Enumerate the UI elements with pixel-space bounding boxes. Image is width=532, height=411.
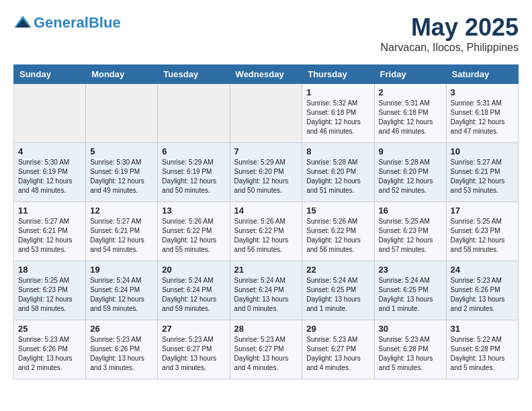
day-number: 26 xyxy=(90,324,153,334)
calendar-cell: 29Sunrise: 5:23 AM Sunset: 6:27 PM Dayli… xyxy=(302,320,374,379)
logo-line2: Blue xyxy=(89,14,121,31)
cell-sun-info: Sunrise: 5:30 AM Sunset: 6:19 PM Dayligh… xyxy=(18,158,81,195)
day-number: 16 xyxy=(379,205,442,216)
calendar-cell: 23Sunrise: 5:24 AM Sunset: 6:25 PM Dayli… xyxy=(374,261,446,320)
calendar-cell: 3Sunrise: 5:31 AM Sunset: 6:18 PM Daylig… xyxy=(446,84,518,143)
calendar-cell: 24Sunrise: 5:23 AM Sunset: 6:26 PM Dayli… xyxy=(446,261,518,320)
day-number: 29 xyxy=(306,324,369,334)
header-sunday: Sunday xyxy=(14,65,86,84)
day-number: 8 xyxy=(306,146,369,156)
day-number: 22 xyxy=(306,265,369,275)
cell-sun-info: Sunrise: 5:29 AM Sunset: 6:20 PM Dayligh… xyxy=(234,158,298,195)
calendar-cell xyxy=(230,84,302,143)
calendar-cell: 27Sunrise: 5:23 AM Sunset: 6:27 PM Dayli… xyxy=(158,320,230,379)
calendar-cell: 2Sunrise: 5:31 AM Sunset: 6:18 PM Daylig… xyxy=(374,84,446,143)
cell-sun-info: Sunrise: 5:28 AM Sunset: 6:20 PM Dayligh… xyxy=(306,158,369,195)
cell-sun-info: Sunrise: 5:25 AM Sunset: 6:23 PM Dayligh… xyxy=(379,217,442,255)
calendar-cell: 13Sunrise: 5:26 AM Sunset: 6:22 PM Dayli… xyxy=(158,202,230,261)
day-number: 6 xyxy=(162,146,225,156)
cell-sun-info: Sunrise: 5:26 AM Sunset: 6:22 PM Dayligh… xyxy=(306,217,369,255)
day-number: 1 xyxy=(306,87,369,97)
day-number: 5 xyxy=(90,146,153,156)
day-number: 21 xyxy=(234,265,298,275)
cell-sun-info: Sunrise: 5:30 AM Sunset: 6:19 PM Dayligh… xyxy=(90,158,153,195)
cell-sun-info: Sunrise: 5:31 AM Sunset: 6:18 PM Dayligh… xyxy=(379,99,442,136)
cell-sun-info: Sunrise: 5:25 AM Sunset: 6:23 PM Dayligh… xyxy=(451,217,514,255)
day-number: 11 xyxy=(18,205,81,216)
header-friday: Friday xyxy=(374,65,446,84)
calendar-cell: 28Sunrise: 5:23 AM Sunset: 6:27 PM Dayli… xyxy=(230,320,302,379)
calendar-cell: 8Sunrise: 5:28 AM Sunset: 6:20 PM Daylig… xyxy=(302,143,374,202)
cell-sun-info: Sunrise: 5:23 AM Sunset: 6:27 PM Dayligh… xyxy=(234,335,298,373)
day-number: 10 xyxy=(451,146,514,156)
calendar-cell: 1Sunrise: 5:32 AM Sunset: 6:18 PM Daylig… xyxy=(302,84,374,143)
day-number: 19 xyxy=(90,265,153,275)
day-number: 3 xyxy=(451,87,514,97)
header-saturday: Saturday xyxy=(446,65,518,84)
cell-sun-info: Sunrise: 5:25 AM Sunset: 6:23 PM Dayligh… xyxy=(18,276,81,314)
day-number: 7 xyxy=(234,146,298,156)
calendar-cell: 20Sunrise: 5:24 AM Sunset: 6:24 PM Dayli… xyxy=(158,261,230,320)
calendar-cell: 11Sunrise: 5:27 AM Sunset: 6:21 PM Dayli… xyxy=(14,202,86,261)
day-number: 12 xyxy=(90,205,153,216)
cell-sun-info: Sunrise: 5:23 AM Sunset: 6:27 PM Dayligh… xyxy=(306,335,369,373)
title-block: May 2025 Narvacan, Ilocos, Philippines xyxy=(381,13,519,54)
location: Narvacan, Ilocos, Philippines xyxy=(381,42,519,54)
calendar-cell: 26Sunrise: 5:23 AM Sunset: 6:26 PM Dayli… xyxy=(86,320,158,379)
logo-line1: General xyxy=(34,14,89,31)
cell-sun-info: Sunrise: 5:24 AM Sunset: 6:24 PM Dayligh… xyxy=(162,276,225,314)
calendar-cell: 15Sunrise: 5:26 AM Sunset: 6:22 PM Dayli… xyxy=(302,202,374,261)
cell-sun-info: Sunrise: 5:24 AM Sunset: 6:24 PM Dayligh… xyxy=(234,276,298,314)
cell-sun-info: Sunrise: 5:23 AM Sunset: 6:26 PM Dayligh… xyxy=(90,335,153,373)
day-number: 18 xyxy=(18,265,81,275)
calendar-cell: 5Sunrise: 5:30 AM Sunset: 6:19 PM Daylig… xyxy=(86,143,158,202)
calendar-cell: 14Sunrise: 5:26 AM Sunset: 6:22 PM Dayli… xyxy=(230,202,302,261)
header-monday: Monday xyxy=(86,65,158,84)
calendar-table: SundayMondayTuesdayWednesdayThursdayFrid… xyxy=(13,64,519,379)
day-number: 9 xyxy=(379,146,442,156)
day-number: 24 xyxy=(451,265,514,275)
day-number: 23 xyxy=(379,265,442,275)
cell-sun-info: Sunrise: 5:32 AM Sunset: 6:18 PM Dayligh… xyxy=(306,99,369,136)
cell-sun-info: Sunrise: 5:29 AM Sunset: 6:19 PM Dayligh… xyxy=(162,158,225,195)
calendar-cell: 19Sunrise: 5:24 AM Sunset: 6:24 PM Dayli… xyxy=(86,261,158,320)
day-number: 13 xyxy=(162,205,225,216)
day-number: 20 xyxy=(162,265,225,275)
calendar-cell xyxy=(14,84,86,143)
cell-sun-info: Sunrise: 5:23 AM Sunset: 6:28 PM Dayligh… xyxy=(379,335,442,373)
day-number: 2 xyxy=(379,87,442,97)
cell-sun-info: Sunrise: 5:27 AM Sunset: 6:21 PM Dayligh… xyxy=(451,158,514,195)
calendar-cell: 6Sunrise: 5:29 AM Sunset: 6:19 PM Daylig… xyxy=(158,143,230,202)
header-thursday: Thursday xyxy=(302,65,374,84)
cell-sun-info: Sunrise: 5:27 AM Sunset: 6:21 PM Dayligh… xyxy=(18,217,81,255)
day-number: 28 xyxy=(234,324,298,334)
cell-sun-info: Sunrise: 5:24 AM Sunset: 6:25 PM Dayligh… xyxy=(306,276,369,314)
cell-sun-info: Sunrise: 5:22 AM Sunset: 6:28 PM Dayligh… xyxy=(451,335,514,373)
header-wednesday: Wednesday xyxy=(230,65,302,84)
cell-sun-info: Sunrise: 5:27 AM Sunset: 6:21 PM Dayligh… xyxy=(90,217,153,255)
calendar-header-row: SundayMondayTuesdayWednesdayThursdayFrid… xyxy=(14,65,519,84)
calendar-cell: 17Sunrise: 5:25 AM Sunset: 6:23 PM Dayli… xyxy=(446,202,518,261)
calendar-cell xyxy=(86,84,158,143)
calendar-cell: 31Sunrise: 5:22 AM Sunset: 6:28 PM Dayli… xyxy=(446,320,518,379)
calendar-cell: 25Sunrise: 5:23 AM Sunset: 6:26 PM Dayli… xyxy=(14,320,86,379)
calendar-cell: 7Sunrise: 5:29 AM Sunset: 6:20 PM Daylig… xyxy=(230,143,302,202)
calendar-cell: 21Sunrise: 5:24 AM Sunset: 6:24 PM Dayli… xyxy=(230,261,302,320)
calendar-week-row: 11Sunrise: 5:27 AM Sunset: 6:21 PM Dayli… xyxy=(14,202,519,261)
page-header: GeneralBlue May 2025 Narvacan, Ilocos, P… xyxy=(13,13,519,54)
logo-text: GeneralBlue xyxy=(34,15,121,31)
day-number: 17 xyxy=(451,205,514,216)
day-number: 30 xyxy=(379,324,442,334)
day-number: 4 xyxy=(18,146,81,156)
calendar-cell: 18Sunrise: 5:25 AM Sunset: 6:23 PM Dayli… xyxy=(14,261,86,320)
day-number: 27 xyxy=(162,324,225,334)
logo: GeneralBlue xyxy=(13,13,121,32)
calendar-week-row: 1Sunrise: 5:32 AM Sunset: 6:18 PM Daylig… xyxy=(14,84,519,143)
calendar-week-row: 25Sunrise: 5:23 AM Sunset: 6:26 PM Dayli… xyxy=(14,320,519,379)
calendar-cell: 12Sunrise: 5:27 AM Sunset: 6:21 PM Dayli… xyxy=(86,202,158,261)
cell-sun-info: Sunrise: 5:24 AM Sunset: 6:24 PM Dayligh… xyxy=(90,276,153,314)
cell-sun-info: Sunrise: 5:28 AM Sunset: 6:20 PM Dayligh… xyxy=(379,158,442,195)
month-title: May 2025 xyxy=(381,13,519,42)
calendar-cell: 10Sunrise: 5:27 AM Sunset: 6:21 PM Dayli… xyxy=(446,143,518,202)
cell-sun-info: Sunrise: 5:23 AM Sunset: 6:26 PM Dayligh… xyxy=(18,335,81,373)
